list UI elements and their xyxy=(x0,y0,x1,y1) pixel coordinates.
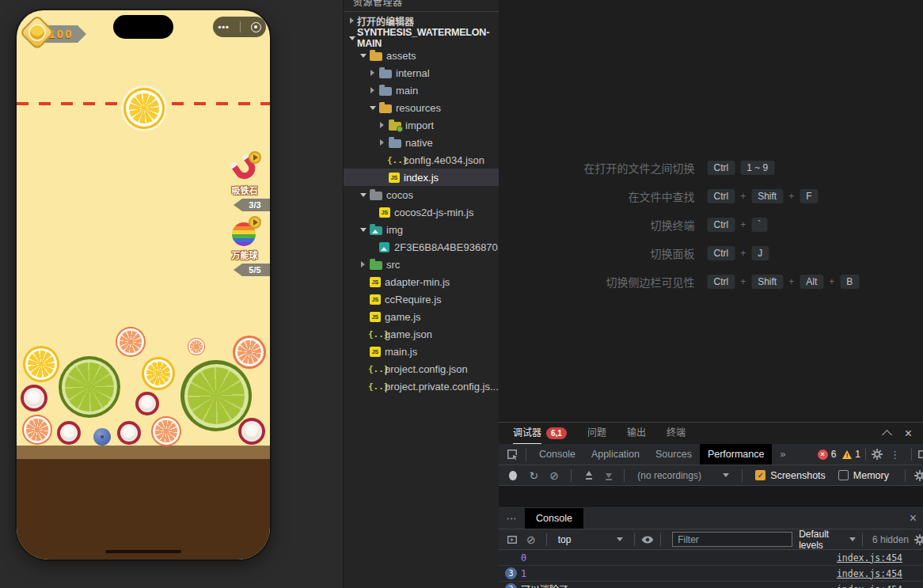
tree-item-label: src xyxy=(386,259,400,271)
twisty-expanded-icon[interactable] xyxy=(347,36,357,40)
drawer-menu-icon[interactable]: ⋮ xyxy=(499,514,525,524)
record-icon[interactable] xyxy=(509,471,517,480)
tree-item-2f3e6b8a4be936870...[interactable]: 2F3E6B8A4BE936870... xyxy=(344,238,499,256)
warning-count[interactable]: 1 xyxy=(855,449,860,460)
powerup-magnet[interactable]: 吸铁石 3/3 xyxy=(219,154,270,211)
tree-item-main.js[interactable]: JSmain.js xyxy=(344,343,499,360)
panel-tab-3[interactable]: 终端 xyxy=(667,423,686,444)
tree-item-game.js[interactable]: JSgame.js xyxy=(344,308,499,325)
devtools-tab-sources[interactable]: Sources xyxy=(648,444,700,465)
devtools-tab-console[interactable]: Console xyxy=(531,444,583,465)
panel-tab-1[interactable]: 问题 xyxy=(587,423,606,444)
tree-item-native[interactable]: native xyxy=(344,134,499,151)
app-window: 100 ••• 吸铁石 3/3 xyxy=(0,0,923,588)
tree-item-internal[interactable]: internal xyxy=(344,64,499,82)
devtools-tab-performance[interactable]: Performance xyxy=(700,444,773,465)
tree-item-config.4e034.json[interactable]: {..}config.4e034.json xyxy=(344,151,499,169)
source-location-link[interactable]: index.js:454 xyxy=(837,584,902,588)
reload-and-record-icon[interactable]: ↻ xyxy=(526,469,543,482)
game-screen[interactable]: 100 ••• 吸铁石 3/3 xyxy=(17,10,270,560)
tree-item-label: resources xyxy=(396,102,441,114)
tree-item-resources[interactable]: resources xyxy=(344,99,499,116)
devtools-menu-icon[interactable]: ⋮ xyxy=(883,450,906,460)
twisty-expanded-icon[interactable] xyxy=(367,106,378,110)
hidden-messages-count[interactable]: 6 hidden xyxy=(869,534,912,545)
console-toolbar: ⊘ top Default levels 6 hidden xyxy=(499,529,923,550)
screenshots-checkbox[interactable]: ✓ Screenshots xyxy=(755,470,825,481)
twisty-collapsed-icon[interactable] xyxy=(377,122,387,128)
tree-item-main[interactable]: main xyxy=(344,82,499,99)
divider xyxy=(865,448,866,461)
tree-item-src[interactable]: src xyxy=(344,256,499,273)
tree-item-index.js[interactable]: JSindex.js xyxy=(344,169,499,186)
lemon-fruit xyxy=(23,346,59,382)
divider xyxy=(742,469,743,482)
tree-item-cocos[interactable]: cocos xyxy=(344,186,499,203)
context-dropdown[interactable]: top xyxy=(553,534,628,545)
tree-item-cocos2d-js-min.js[interactable]: JScocos2d-js-min.js xyxy=(344,203,499,221)
memory-checkbox[interactable]: Memory xyxy=(838,470,889,481)
recordings-label: (no recordings) xyxy=(637,470,701,481)
screenshots-label: Screenshots xyxy=(770,470,825,481)
twisty-collapsed-icon[interactable] xyxy=(367,70,378,76)
load-profile-icon[interactable] xyxy=(583,471,592,480)
twisty-expanded-icon[interactable] xyxy=(358,193,368,197)
panel-maximize-icon[interactable] xyxy=(882,430,892,440)
twisty-expanded-icon[interactable] xyxy=(358,228,368,232)
inspect-element-icon[interactable] xyxy=(503,448,521,461)
more-options-icon[interactable]: ••• xyxy=(218,17,230,37)
tree-item-ccrequire.js[interactable]: JSccRequire.js xyxy=(344,290,499,308)
recordings-dropdown[interactable]: (no recordings) xyxy=(632,470,734,481)
folder-icon xyxy=(389,122,401,131)
capture-settings-icon[interactable] xyxy=(914,469,923,482)
tree-item-adapter-min.js[interactable]: JSadapter-min.js xyxy=(344,273,499,290)
tree-item-assets[interactable]: assets xyxy=(344,47,499,64)
tree-item-import[interactable]: import xyxy=(344,116,499,134)
console-settings-icon[interactable] xyxy=(914,533,923,546)
live-expression-eye-icon[interactable] xyxy=(641,533,654,546)
twisty-collapsed-icon[interactable] xyxy=(367,87,378,93)
console-sidebar-icon[interactable] xyxy=(503,533,521,546)
source-location-link[interactable]: index.js:454 xyxy=(837,552,902,563)
tree-item-project.private.config.js...[interactable]: {..}project.private.config.js... xyxy=(344,377,499,395)
exit-circle-icon[interactable] xyxy=(251,22,261,32)
tree-item-label: img xyxy=(386,224,403,236)
devtools-settings-icon[interactable] xyxy=(871,448,883,461)
source-location-link[interactable]: index.js:454 xyxy=(837,568,902,579)
devtools-tab-application[interactable]: Application xyxy=(583,444,648,465)
tree-item-label: assets xyxy=(386,50,416,62)
powerup-rainbow-ball[interactable]: 万能球 5/5 xyxy=(219,219,270,276)
console-drawer-tab[interactable]: Console xyxy=(525,508,583,529)
save-profile-icon[interactable] xyxy=(603,471,612,480)
tree-item-label: main xyxy=(396,85,418,97)
more-tabs-icon[interactable]: » xyxy=(772,444,793,465)
shortcut-keys: Ctrl+J xyxy=(708,246,914,260)
tree-item-img[interactable]: img xyxy=(344,221,499,238)
panel-close-icon[interactable]: × xyxy=(905,427,912,440)
performance-toolbar: ↻ ⊘ (no recordings) ✓ Screenshots Memory xyxy=(499,465,923,486)
dock-side-icon[interactable] xyxy=(917,448,923,461)
drawer-close-icon[interactable]: × xyxy=(910,512,923,525)
panel-tab-0[interactable]: 调试器6,1 xyxy=(513,423,567,444)
shortcut-row: 在文件中查找Ctrl+Shift+F xyxy=(509,188,914,205)
lemon-fruit xyxy=(142,357,175,390)
twisty-expanded-icon[interactable] xyxy=(358,54,368,58)
explorer-sidebar: 资源管理器 打开的编辑器 SYNTHESIS_WATERMELON-MAIN a… xyxy=(343,0,499,588)
clear-console-icon[interactable]: ⊘ xyxy=(522,533,540,546)
shortcut-label: 切换面板 xyxy=(509,245,695,261)
tree-item-project.config.json[interactable]: {..}project.config.json xyxy=(344,360,499,377)
rainbow-ball-icon xyxy=(230,219,259,248)
twisty-collapsed-icon[interactable] xyxy=(377,139,387,146)
twisty-collapsed-icon[interactable] xyxy=(358,261,368,267)
error-count[interactable]: 6 xyxy=(831,449,837,460)
tree-item-game.json[interactable]: {..}game.json xyxy=(344,325,499,343)
keycap: J xyxy=(751,246,769,260)
workspace-root[interactable]: SYNTHESIS_WATERMELON-MAIN xyxy=(344,29,499,47)
log-levels-dropdown[interactable]: Default levels xyxy=(799,529,856,550)
twisty-collapsed-icon[interactable] xyxy=(347,17,357,24)
keycap: B xyxy=(840,275,859,289)
console-filter-input[interactable] xyxy=(672,532,792,547)
clear-icon[interactable]: ⊘ xyxy=(545,469,563,482)
panel-tab-2[interactable]: 输出 xyxy=(627,423,646,444)
ground-strip xyxy=(17,446,270,459)
